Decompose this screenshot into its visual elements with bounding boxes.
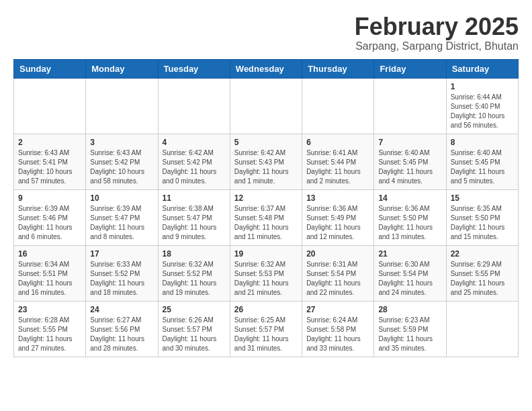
day-of-week-header: Sunday — [14, 59, 86, 78]
day-number: 2 — [18, 138, 81, 147]
day-info: Sunrise: 6:43 AM Sunset: 5:41 PM Dayligh… — [18, 148, 81, 186]
calendar-day-cell: 1Sunrise: 6:44 AM Sunset: 5:40 PM Daylig… — [446, 78, 518, 134]
calendar-day-cell: 22Sunrise: 6:29 AM Sunset: 5:55 PM Dayli… — [446, 245, 518, 301]
calendar-day-cell — [14, 78, 86, 134]
day-number: 14 — [378, 193, 441, 203]
day-number: 8 — [451, 138, 514, 147]
day-info: Sunrise: 6:40 AM Sunset: 5:45 PM Dayligh… — [378, 148, 441, 186]
day-number: 1 — [451, 82, 514, 91]
day-info: Sunrise: 6:27 AM Sunset: 5:56 PM Dayligh… — [90, 316, 153, 353]
day-number: 26 — [234, 305, 298, 314]
calendar-week-row: 23Sunrise: 6:28 AM Sunset: 5:55 PM Dayli… — [14, 301, 519, 357]
day-number: 7 — [378, 138, 441, 147]
calendar-day-cell — [86, 78, 158, 134]
day-info: Sunrise: 6:36 AM Sunset: 5:50 PM Dayligh… — [378, 204, 441, 242]
day-info: Sunrise: 6:24 AM Sunset: 5:58 PM Dayligh… — [306, 316, 369, 353]
calendar-day-cell: 12Sunrise: 6:37 AM Sunset: 5:48 PM Dayli… — [230, 189, 302, 245]
day-info: Sunrise: 6:36 AM Sunset: 5:49 PM Dayligh… — [306, 204, 369, 242]
day-info: Sunrise: 6:32 AM Sunset: 5:52 PM Dayligh… — [163, 260, 226, 298]
calendar-day-cell: 26Sunrise: 6:25 AM Sunset: 5:57 PM Dayli… — [230, 301, 302, 357]
day-info: Sunrise: 6:33 AM Sunset: 5:52 PM Dayligh… — [90, 260, 153, 298]
day-info: Sunrise: 6:31 AM Sunset: 5:54 PM Dayligh… — [306, 260, 369, 298]
day-info: Sunrise: 6:23 AM Sunset: 5:59 PM Dayligh… — [378, 316, 441, 353]
title-section: February 2025 Sarpang, Sarpang District,… — [355, 13, 519, 52]
calendar-day-cell: 6Sunrise: 6:41 AM Sunset: 5:44 PM Daylig… — [302, 134, 374, 189]
calendar-day-cell: 28Sunrise: 6:23 AM Sunset: 5:59 PM Dayli… — [374, 301, 446, 357]
calendar-day-cell: 25Sunrise: 6:26 AM Sunset: 5:57 PM Dayli… — [158, 301, 230, 357]
calendar-day-cell: 5Sunrise: 6:42 AM Sunset: 5:43 PM Daylig… — [230, 134, 302, 189]
calendar-day-cell — [230, 78, 302, 134]
calendar-day-cell: 13Sunrise: 6:36 AM Sunset: 5:49 PM Dayli… — [302, 189, 374, 245]
calendar-day-cell: 4Sunrise: 6:42 AM Sunset: 5:42 PM Daylig… — [158, 134, 230, 189]
calendar-day-cell: 16Sunrise: 6:34 AM Sunset: 5:51 PM Dayli… — [14, 245, 86, 301]
day-info: Sunrise: 6:34 AM Sunset: 5:51 PM Dayligh… — [18, 260, 81, 298]
calendar-day-cell: 11Sunrise: 6:38 AM Sunset: 5:47 PM Dayli… — [158, 189, 230, 245]
calendar-day-cell — [158, 78, 230, 134]
calendar-day-cell: 7Sunrise: 6:40 AM Sunset: 5:45 PM Daylig… — [374, 134, 446, 189]
day-info: Sunrise: 6:39 AM Sunset: 5:47 PM Dayligh… — [90, 204, 153, 242]
location-title: Sarpang, Sarpang District, Bhutan — [355, 40, 519, 52]
day-number: 23 — [18, 305, 81, 314]
day-number: 16 — [18, 249, 81, 259]
day-number: 25 — [163, 305, 226, 314]
day-info: Sunrise: 6:25 AM Sunset: 5:57 PM Dayligh… — [234, 316, 298, 353]
calendar-day-cell: 8Sunrise: 6:40 AM Sunset: 5:45 PM Daylig… — [446, 134, 518, 189]
calendar-day-cell: 27Sunrise: 6:24 AM Sunset: 5:58 PM Dayli… — [302, 301, 374, 357]
day-info: Sunrise: 6:42 AM Sunset: 5:43 PM Dayligh… — [234, 148, 298, 186]
day-number: 17 — [90, 249, 153, 259]
page-header: General Blue February 2025 Sarpang, Sarp… — [13, 13, 519, 52]
calendar-day-cell: 15Sunrise: 6:35 AM Sunset: 5:50 PM Dayli… — [446, 189, 518, 245]
calendar-day-cell: 2Sunrise: 6:43 AM Sunset: 5:41 PM Daylig… — [14, 134, 86, 189]
day-number: 13 — [306, 193, 369, 203]
calendar-week-row: 2Sunrise: 6:43 AM Sunset: 5:41 PM Daylig… — [14, 134, 519, 189]
day-info: Sunrise: 6:44 AM Sunset: 5:40 PM Dayligh… — [451, 93, 514, 130]
day-number: 15 — [451, 193, 514, 203]
day-info: Sunrise: 6:26 AM Sunset: 5:57 PM Dayligh… — [163, 316, 226, 353]
day-number: 11 — [163, 193, 226, 203]
calendar-day-cell: 3Sunrise: 6:43 AM Sunset: 5:42 PM Daylig… — [86, 134, 158, 189]
day-number: 24 — [90, 305, 153, 314]
day-number: 4 — [163, 138, 226, 147]
month-title: February 2025 — [355, 13, 519, 40]
day-number: 18 — [163, 249, 226, 259]
day-of-week-header: Thursday — [302, 59, 374, 78]
calendar-day-cell: 17Sunrise: 6:33 AM Sunset: 5:52 PM Dayli… — [86, 245, 158, 301]
day-number: 27 — [306, 305, 369, 314]
day-number: 20 — [306, 249, 369, 259]
day-info: Sunrise: 6:40 AM Sunset: 5:45 PM Dayligh… — [451, 148, 514, 186]
calendar-week-row: 16Sunrise: 6:34 AM Sunset: 5:51 PM Dayli… — [14, 245, 519, 301]
calendar-day-cell: 19Sunrise: 6:32 AM Sunset: 5:53 PM Dayli… — [230, 245, 302, 301]
day-number: 12 — [234, 193, 298, 203]
day-info: Sunrise: 6:35 AM Sunset: 5:50 PM Dayligh… — [451, 204, 514, 242]
day-number: 21 — [378, 249, 441, 259]
calendar-day-cell — [302, 78, 374, 134]
calendar-table: SundayMondayTuesdayWednesdayThursdayFrid… — [13, 59, 519, 357]
day-of-week-header: Friday — [374, 59, 446, 78]
calendar-day-cell: 18Sunrise: 6:32 AM Sunset: 5:52 PM Dayli… — [158, 245, 230, 301]
day-number: 3 — [90, 138, 153, 147]
day-number: 6 — [306, 138, 369, 147]
calendar-day-cell: 21Sunrise: 6:30 AM Sunset: 5:54 PM Dayli… — [374, 245, 446, 301]
day-number: 28 — [378, 305, 441, 314]
day-info: Sunrise: 6:43 AM Sunset: 5:42 PM Dayligh… — [90, 148, 153, 186]
calendar-day-cell: 14Sunrise: 6:36 AM Sunset: 5:50 PM Dayli… — [374, 189, 446, 245]
day-number: 19 — [234, 249, 298, 259]
day-info: Sunrise: 6:39 AM Sunset: 5:46 PM Dayligh… — [18, 204, 81, 242]
calendar-day-cell — [446, 301, 518, 357]
calendar-day-cell: 23Sunrise: 6:28 AM Sunset: 5:55 PM Dayli… — [14, 301, 86, 357]
calendar-week-row: 9Sunrise: 6:39 AM Sunset: 5:46 PM Daylig… — [14, 189, 519, 245]
day-info: Sunrise: 6:41 AM Sunset: 5:44 PM Dayligh… — [306, 148, 369, 186]
day-info: Sunrise: 6:38 AM Sunset: 5:47 PM Dayligh… — [163, 204, 226, 242]
day-info: Sunrise: 6:32 AM Sunset: 5:53 PM Dayligh… — [234, 260, 298, 298]
calendar-day-cell: 24Sunrise: 6:27 AM Sunset: 5:56 PM Dayli… — [86, 301, 158, 357]
calendar-header-row: SundayMondayTuesdayWednesdayThursdayFrid… — [14, 59, 519, 78]
day-info: Sunrise: 6:30 AM Sunset: 5:54 PM Dayligh… — [378, 260, 441, 298]
day-number: 5 — [234, 138, 298, 147]
day-info: Sunrise: 6:29 AM Sunset: 5:55 PM Dayligh… — [451, 260, 514, 298]
day-info: Sunrise: 6:42 AM Sunset: 5:42 PM Dayligh… — [163, 148, 226, 186]
day-of-week-header: Monday — [86, 59, 158, 78]
day-of-week-header: Wednesday — [230, 59, 302, 78]
day-of-week-header: Tuesday — [158, 59, 230, 78]
calendar-day-cell: 9Sunrise: 6:39 AM Sunset: 5:46 PM Daylig… — [14, 189, 86, 245]
day-number: 22 — [451, 249, 514, 259]
